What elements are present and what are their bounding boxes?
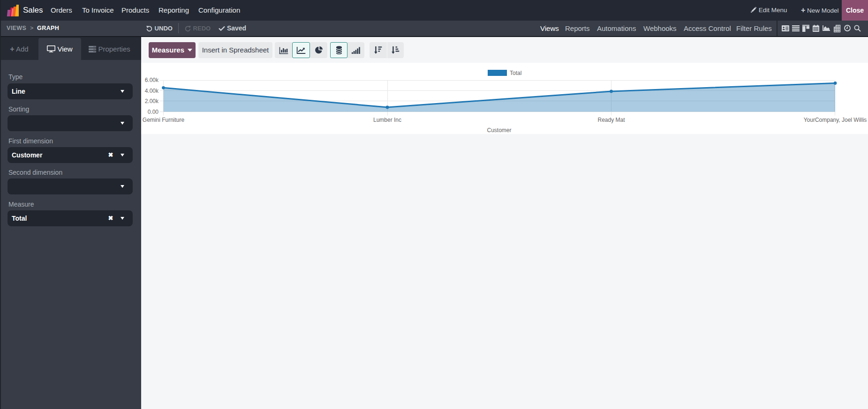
svg-text:Total: Total <box>510 70 521 76</box>
svg-text:4.00k: 4.00k <box>145 88 159 94</box>
svg-text:Customer: Customer <box>487 127 511 134</box>
svg-text:2.00k: 2.00k <box>145 98 159 104</box>
svg-text:6.00k: 6.00k <box>145 77 159 83</box>
svg-text:Ready Mat: Ready Mat <box>597 117 625 123</box>
svg-text:Lumber Inc: Lumber Inc <box>373 117 401 123</box>
svg-text:YourCompany, Joel Willis: YourCompany, Joel Willis <box>804 117 867 123</box>
svg-text:0.00: 0.00 <box>148 109 159 115</box>
svg-text:Gemini Furniture: Gemini Furniture <box>143 117 185 123</box>
